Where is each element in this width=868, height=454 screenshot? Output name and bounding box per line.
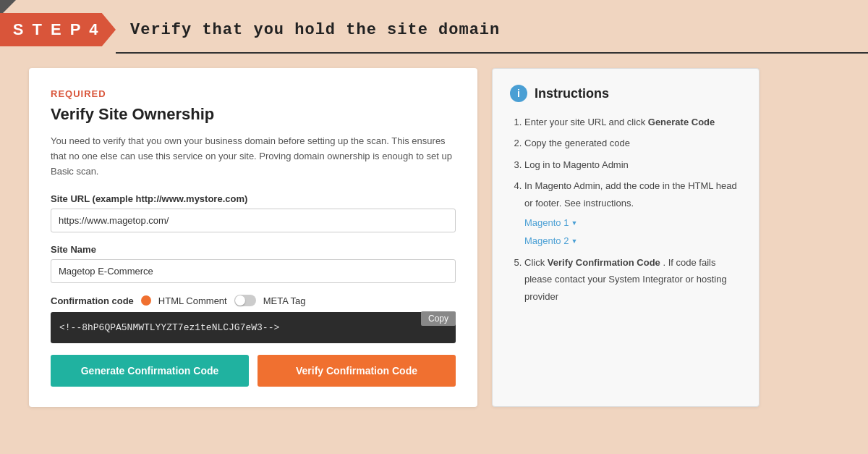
right-panel: i Instructions Enter your site URL and c… (492, 68, 760, 407)
step-badge: S T E P 4 (0, 13, 116, 46)
instruction-step-1: Enter your site URL and click Generate C… (524, 114, 741, 130)
required-label: REQUIRED (51, 88, 456, 99)
generate-confirmation-code-button[interactable]: Generate Confirmation Code (51, 355, 249, 387)
left-panel: REQUIRED Verify Site Ownership You need … (29, 68, 477, 407)
meta-tag-label: META Tag (263, 295, 306, 306)
instruction-step-5: Click Verify Confirmation Code . If code… (524, 254, 741, 305)
instructions-list: Enter your site URL and click Generate C… (510, 114, 741, 305)
html-comment-label: HTML Comment (158, 295, 227, 306)
instructions-header: i Instructions (510, 85, 741, 102)
site-url-input[interactable] (51, 209, 456, 232)
instruction-step-3: Log in to Magento Admin (524, 156, 741, 173)
magento-1-link[interactable]: Magento 1 (524, 214, 577, 231)
code-display: <!--8hP6QPA5NMWTLYYZT7ez1teNLCJG7eW3--> (51, 312, 456, 343)
confirmation-code-label: Confirmation code (51, 295, 134, 306)
buttons-row: Generate Confirmation Code Verify Confir… (51, 355, 456, 387)
verify-confirmation-code-button[interactable]: Verify Confirmation Code (258, 355, 456, 387)
instruction-step-4-text: In Magento Admin, add the code in the HT… (524, 180, 737, 208)
instruction-step-1-text-before: Enter your site URL and click (524, 117, 648, 127)
page-title: Verify that you hold the site domain (130, 21, 500, 39)
site-url-label: Site URL (example http://www.mystore.com… (51, 193, 456, 204)
toggle-meta-tag[interactable] (234, 295, 256, 306)
magento-links: Magento 1 Magento 2 (524, 214, 741, 250)
panel-title: Verify Site Ownership (51, 105, 456, 124)
radio-html-comment-selected[interactable] (141, 295, 151, 306)
code-options-row: Confirmation code HTML Comment META Tag (51, 295, 456, 306)
magento-2-link[interactable]: Magento 2 (524, 232, 577, 249)
instruction-step-5-bold: Verify Confirmation Code (548, 257, 660, 268)
header-divider (116, 52, 868, 54)
instructions-title: Instructions (535, 86, 609, 101)
panel-description: You need to verify that you own your bus… (51, 134, 456, 179)
instruction-step-5-text-before: Click (524, 257, 548, 268)
code-container: Copy <!--8hP6QPA5NMWTLYYZT7ez1teNLCJG7eW… (51, 312, 456, 343)
magento-1-link-item: Magento 1 (524, 214, 741, 231)
site-name-label: Site Name (51, 244, 456, 255)
page-header: S T E P 4 Verify that you hold the site … (0, 0, 868, 54)
instruction-step-1-bold: Generate Code (648, 117, 715, 127)
instruction-step-2-text: Copy the generated code (524, 138, 630, 148)
copy-button[interactable]: Copy (421, 311, 456, 326)
info-icon: i (510, 85, 527, 102)
instruction-step-2: Copy the generated code (524, 135, 741, 151)
magento-2-link-item: Magento 2 (524, 232, 741, 249)
instruction-step-4: In Magento Admin, add the code in the HT… (524, 177, 741, 250)
main-content: REQUIRED Verify Site Ownership You need … (0, 54, 868, 421)
site-name-input[interactable] (51, 259, 456, 283)
instruction-step-3-text: Log in to Magento Admin (524, 159, 629, 170)
